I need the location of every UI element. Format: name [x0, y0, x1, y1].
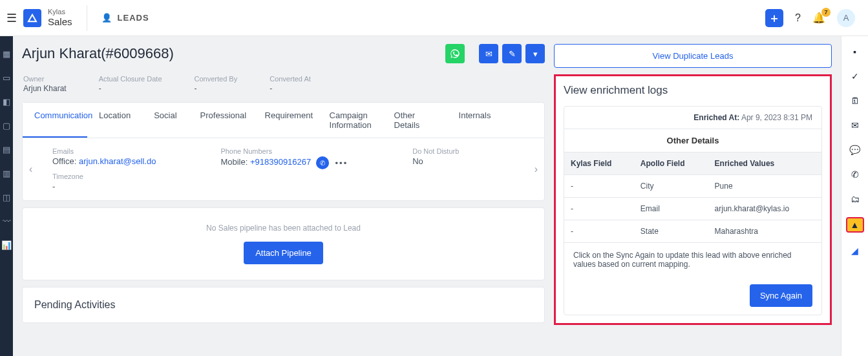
- title-actions: ✉ ✎ ▾: [445, 44, 545, 63]
- lead-title: Arjun Kharat(#6009668): [22, 45, 174, 62]
- left-nav: ▦ ▭ ◧ ▢ ▤ ▥ ◫ 〰 📊: [0, 36, 13, 356]
- topbar: ☰ Kylas Sales 👤 LEADS ＋ ? 🔔7 A: [0, 0, 868, 36]
- nav-icon-8[interactable]: 〰: [3, 216, 11, 226]
- help-icon[interactable]: ?: [795, 12, 801, 24]
- tab-other[interactable]: Other Details: [383, 103, 447, 138]
- sync-again-button[interactable]: Sync Again: [750, 284, 812, 307]
- th-enriched: Enriched Values: [708, 152, 821, 175]
- tab-next-arrow[interactable]: ›: [535, 163, 538, 175]
- nav-icon-5[interactable]: ▤: [3, 145, 10, 154]
- tab-communication[interactable]: Communication: [23, 103, 87, 138]
- tab-location[interactable]: Location: [87, 103, 142, 138]
- enrichment-card: View enrichment logs Enriched At: Apr 9,…: [554, 74, 832, 325]
- pipeline-message: No Sales pipeline has been attached to L…: [38, 224, 529, 233]
- pending-activities-title: Pending Activities: [34, 299, 533, 311]
- email-button[interactable]: ✉: [479, 44, 498, 63]
- nav-icon-2[interactable]: ▭: [3, 73, 10, 83]
- meta-convertedat: Converted At -: [270, 75, 311, 93]
- nav-icon-6[interactable]: ▥: [3, 169, 10, 178]
- meta-owner: Owner Arjun Kharat: [23, 75, 67, 93]
- table-row: - Email arjun.kharat@kylas.io: [564, 198, 821, 220]
- rail-mail-icon[interactable]: ✉: [851, 120, 859, 131]
- notification-icon[interactable]: 🔔7: [812, 12, 825, 24]
- emails-group: Emails Office: arjun.kharat@sell.do Time…: [52, 147, 156, 191]
- nav-icon-9[interactable]: 📊: [1, 240, 12, 250]
- tab-internals[interactable]: Internals: [447, 103, 503, 138]
- nav-icon-1[interactable]: ▦: [3, 49, 10, 59]
- avatar[interactable]: A: [837, 9, 855, 27]
- rail-task-icon[interactable]: ✓: [851, 71, 859, 81]
- whatsapp-button[interactable]: [445, 44, 465, 63]
- rail-chat-icon[interactable]: 💬: [849, 145, 860, 155]
- notif-badge: 7: [821, 8, 831, 17]
- phone-call-icon[interactable]: ✆: [316, 156, 329, 169]
- th-apollo: Apollo Field: [634, 152, 708, 175]
- brand-line1: Kylas: [48, 8, 72, 16]
- meta-closure: Actual Closure Date -: [99, 75, 162, 93]
- details-card: Communication Location Social Profession…: [22, 102, 545, 201]
- email-link[interactable]: arjun.kharat@sell.do: [79, 156, 156, 166]
- title-row: Arjun Kharat(#6009668) ✉ ✎ ▾: [22, 44, 545, 63]
- nav-icon-7[interactable]: ◫: [3, 193, 10, 202]
- view-duplicate-button[interactable]: View Duplicate Leads: [554, 44, 832, 68]
- brand-line2: Sales: [48, 16, 72, 28]
- pending-activities-card: Pending Activities: [22, 287, 545, 323]
- module-text: LEADS: [118, 13, 149, 23]
- add-button[interactable]: ＋: [765, 9, 783, 27]
- divider: [87, 5, 87, 31]
- dnd-group: Do Not Disturb No: [412, 147, 459, 191]
- tab-body: ‹ Emails Office: arjun.kharat@sell.do Ti…: [23, 138, 544, 200]
- enrichment-title: View enrichment logs: [564, 84, 822, 97]
- phone-more-icon[interactable]: •••: [335, 158, 348, 168]
- rail-apollo-icon[interactable]: ▲: [847, 218, 863, 231]
- rail-calendar-icon[interactable]: 🗓: [851, 96, 860, 106]
- enrichment-inner: Enriched At: Apr 9, 2023 8:31 PM Other D…: [564, 106, 822, 315]
- right-rail: ▪ ✓ 🗓 ✉ 💬 ✆ 🗂 ▲ ◢: [841, 36, 868, 356]
- hamburger-icon[interactable]: ☰: [6, 11, 17, 25]
- phones-group: Phone Numbers Mobile: +918390916267 ✆ ••…: [220, 147, 348, 191]
- tab-social[interactable]: Social: [142, 103, 188, 138]
- table-row: - State Maharashtra: [564, 220, 821, 243]
- meta-convertedby: Converted By -: [195, 75, 238, 93]
- tab-campaign[interactable]: Campaign Information: [318, 103, 383, 138]
- person-icon: 👤: [101, 13, 112, 23]
- brand-logo-icon: [23, 9, 41, 27]
- phone-link[interactable]: +918390916267: [250, 157, 311, 167]
- nav-icon-4[interactable]: ▢: [3, 121, 10, 131]
- rail-phone-icon[interactable]: ✆: [851, 169, 859, 180]
- module-label[interactable]: 👤 LEADS: [101, 13, 149, 23]
- enriched-at-row: Enriched At: Apr 9, 2023 8:31 PM: [564, 107, 821, 129]
- tab-requirement[interactable]: Requirement: [253, 103, 318, 138]
- enrichment-caption: Other Details: [564, 129, 821, 152]
- edit-button[interactable]: ✎: [502, 44, 522, 63]
- sync-hint: Click on the Sync Again to update this l…: [564, 242, 821, 277]
- dropdown-button[interactable]: ▾: [525, 44, 545, 63]
- rail-send-icon[interactable]: ◢: [851, 246, 858, 256]
- topbar-left: ☰ Kylas Sales 👤 LEADS: [0, 5, 156, 31]
- pipeline-card: No Sales pipeline has been attached to L…: [22, 207, 545, 280]
- table-row: - City Pune: [564, 175, 821, 198]
- enrichment-table: Kylas Field Apollo Field Enriched Values…: [564, 152, 821, 242]
- sync-footer: Sync Again: [564, 277, 821, 315]
- attach-pipeline-button[interactable]: Attach Pipeline: [244, 242, 323, 264]
- side-panel: View Duplicate Leads View enrichment log…: [554, 44, 832, 348]
- brand-text: Kylas Sales: [48, 8, 72, 28]
- th-kylas: Kylas Field: [564, 152, 634, 175]
- tab-prev-arrow[interactable]: ‹: [29, 163, 32, 175]
- meta-row: Owner Arjun Kharat Actual Closure Date -…: [22, 72, 545, 96]
- topbar-right: ＋ ? 🔔7 A: [765, 9, 868, 27]
- tabs: Communication Location Social Profession…: [23, 103, 544, 138]
- rail-files-icon[interactable]: 🗂: [851, 194, 860, 204]
- rail-note-icon[interactable]: ▪: [853, 47, 856, 57]
- tab-professional[interactable]: Professional: [189, 103, 253, 138]
- nav-icon-3[interactable]: ◧: [3, 97, 10, 107]
